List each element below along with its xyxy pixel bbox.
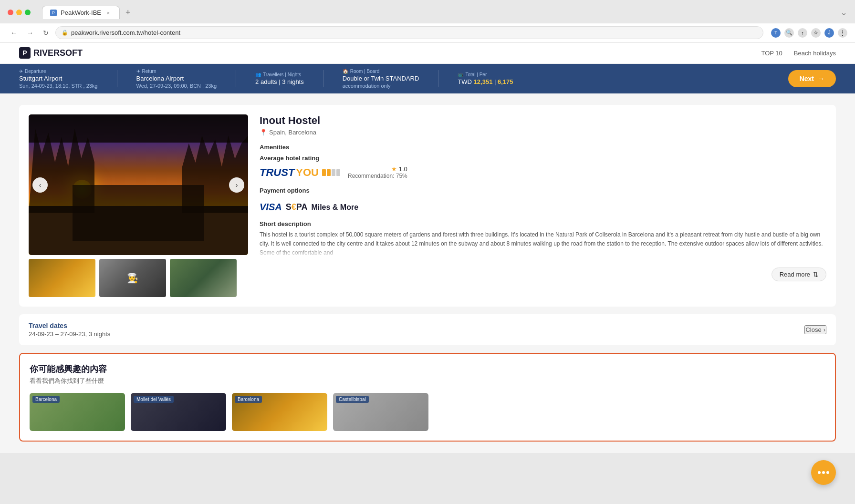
booking-bar: ✈ Departure Stuttgart Airport Sun, 24-09… [0,64,855,93]
read-more-container: Read more ⇅ [260,262,826,281]
chat-dot-3 [826,471,829,474]
rec-card-2[interactable]: Mollet del Vallès [131,393,226,431]
travellers-field: 👥 Travellers | Nights 2 adults | 3 night… [255,72,304,85]
bookmark-icon[interactable]: ☆ [811,28,821,38]
back-button[interactable]: ← [8,28,20,38]
more-options-icon[interactable]: ⋮ [838,28,847,38]
trust-bar-1 [322,169,326,176]
rating-row: TRUST YOU ★ 1.0 [260,165,826,179]
carousel-next-button[interactable]: › [229,177,244,193]
refresh-button[interactable]: ↻ [40,28,52,38]
thumbnail-row: 👨‍🍳 [29,259,248,297]
close-chevron-icon: › [824,326,825,333]
tab-title: PeakWork-IBE [61,9,101,16]
trust-text: TRUST [260,166,294,179]
forward-button[interactable]: → [24,28,36,38]
return-label: ✈ Return [136,69,217,74]
tab-favicon: P [50,10,57,16]
site-logo: P RIVERSOFT [19,47,83,59]
room-board-value: Double or Twin STANDARD [343,75,419,82]
close-window-button[interactable] [8,10,13,15]
accommodation-label: accommodation only [343,83,419,89]
sepa-pa: PA [296,202,308,212]
profile-icon[interactable]: J [824,28,834,38]
maximize-window-button[interactable] [25,10,31,15]
booking-divider-3 [323,70,323,87]
hotel-card: ‹ › 👨‍🍳 Inout Hostel 📍 Spain, Barcelona … [19,105,836,307]
booking-divider-2 [236,70,236,87]
departure-details: Sun, 24-09-23, 18:10, STR , 23kg [19,83,98,89]
euro-icon: € [292,202,296,212]
tab-close-button[interactable]: × [105,10,112,16]
tab-bar: P PeakWork-IBE × + [42,6,135,19]
recommendation-text: Recommendation: 75% [348,173,407,179]
recommendations-section: 你可能感興趣的內容 看看我們為你找到了些什麼 Barcelona Mollet … [19,353,836,442]
trustyou-logo: TRUST YOU [260,166,340,179]
thumbnail-1[interactable] [29,259,95,297]
trust-bar-4 [336,169,340,176]
plane-return-icon: ✈ [136,69,140,74]
window-controls[interactable]: ⌄ [840,7,847,18]
nav-links: TOP 10 Beach holidays [761,50,836,57]
rec-card-4-label: Castellbisbal [336,396,369,403]
amenities-label: Amenities [260,144,826,151]
thumbnail-3[interactable] [170,259,237,297]
star-rating: ★ 1.0 [391,165,407,173]
traffic-lights [8,10,31,15]
new-tab-button[interactable]: + [122,8,135,18]
translate-icon[interactable]: T [771,28,781,38]
logo-icon: P [19,47,31,59]
chat-widget[interactable] [811,460,836,485]
rec-card-4[interactable]: Castellbisbal [333,393,428,431]
rec-card-3[interactable]: Barcelona [232,393,327,431]
page-content: P RIVERSOFT TOP 10 Beach holidays ✈ Depa… [0,42,855,453]
nav-beach-holidays[interactable]: Beach holidays [794,50,836,57]
url-bar[interactable]: 🔒 peakwork.riversoft.com.tw/hotel-conten… [55,26,763,39]
search-icon[interactable]: 🔍 [784,28,794,38]
travellers-icon: 👥 [255,72,261,77]
plane-departure-icon: ✈ [19,69,23,74]
read-more-button[interactable]: Read more ⇅ [772,267,826,281]
lock-icon: 🔒 [62,30,68,36]
minimize-window-button[interactable] [16,10,22,15]
main-content: ‹ › 👨‍🍳 Inout Hostel 📍 Spain, Barcelona … [0,93,855,453]
travel-dates-info: Travel dates 24-09-23 – 27-09-23, 3 nigh… [29,322,110,338]
nav-top10[interactable]: TOP 10 [761,50,782,57]
share-icon[interactable]: ↑ [798,28,807,38]
short-description-section: Short description This hostel is a touri… [260,220,826,281]
travel-dates-value: 24-09-23 – 27-09-23, 3 nights [29,330,110,338]
recommendations-title: 你可能感興趣的內容 [30,363,825,375]
thumbnail-2[interactable]: 👨‍🍳 [99,259,166,297]
payment-logos: VISA S€PA Miles & More [260,202,826,213]
star-icon: ★ [391,165,397,173]
short-desc-text: This hostel is a tourist complex of 50,0… [260,230,826,258]
return-details: Wed, 27-09-23, 09:00, BCN , 23kg [136,83,217,89]
travellers-label: 👥 Travellers | Nights [255,72,304,77]
travel-dates-label: Travel dates [29,322,110,329]
browser-toolbar-icons: T 🔍 ↑ ☆ J ⋮ [771,28,847,38]
pergola-roof [29,114,248,143]
total-number: 12,351 [474,78,493,85]
active-tab[interactable]: P PeakWork-IBE × [42,6,120,19]
hotel-images: ‹ › 👨‍🍳 [29,114,248,297]
payment-label: Payment options [260,187,826,194]
carousel-prev-button[interactable]: ‹ [32,177,48,193]
address-bar: ← → ↻ 🔒 peakwork.riversoft.com.tw/hotel-… [0,23,855,42]
departure-field: ✈ Departure Stuttgart Airport Sun, 24-09… [19,69,98,89]
trust-bar-3 [332,169,335,176]
you-text: YOU [296,166,319,179]
booking-divider-1 [117,70,117,87]
interior-silhouette [73,185,204,241]
total-label: 📺 Total | Per [458,72,513,77]
booking-divider-4 [438,70,438,87]
close-button[interactable]: Close › [804,325,826,334]
location-pin-icon: 📍 [260,129,267,136]
return-field: ✈ Return Barcelona Airport Wed, 27-09-23… [136,69,217,89]
recommendations-subtitle: 看看我們為你找到了些什麼 [30,377,825,385]
rec-card-1-label: Barcelona [32,396,60,403]
recommendation-cards: Barcelona Mollet del Vallès Barcelona Ca… [30,393,825,431]
room-board-field: 🏠 Room | Board Double or Twin STANDARD a… [343,69,419,89]
logo-text: RIVERSOFT [33,48,83,58]
rec-card-1[interactable]: Barcelona [30,393,125,431]
next-button[interactable]: Next → [788,70,836,87]
